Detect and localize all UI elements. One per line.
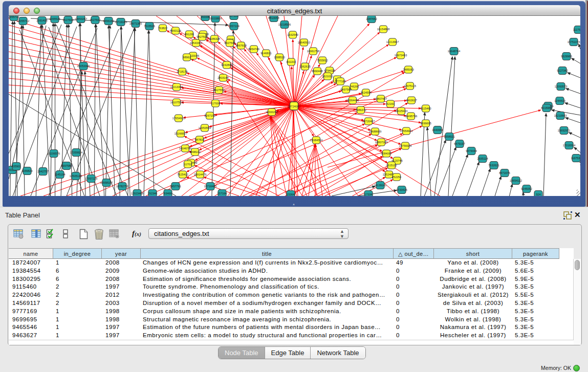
svg-text:887833: 887833 — [195, 138, 204, 141]
svg-text:12213967: 12213967 — [386, 40, 399, 43]
svg-text:98962: 98962 — [183, 56, 190, 59]
svg-text:9474444: 9474444 — [466, 149, 476, 152]
svg-text:16961758: 16961758 — [307, 50, 319, 53]
svg-text:8813054: 8813054 — [268, 16, 279, 19]
svg-text:20053346: 20053346 — [77, 64, 90, 68]
svg-text:9997588: 9997588 — [61, 164, 72, 167]
svg-text:8454749: 8454749 — [248, 48, 259, 51]
svg-text:19756928: 19756928 — [399, 144, 411, 147]
svg-text:15364: 15364 — [287, 193, 294, 196]
svg-text:7625402: 7625402 — [177, 173, 188, 176]
svg-text:17016504: 17016504 — [563, 144, 575, 147]
svg-text:8427552: 8427552 — [213, 89, 224, 92]
svg-text:1615132: 1615132 — [386, 164, 397, 167]
svg-text:18807249: 18807249 — [375, 141, 387, 144]
svg-text:160338: 160338 — [201, 16, 210, 18]
svg-text:16648764: 16648764 — [448, 50, 460, 53]
svg-text:1156829: 1156829 — [21, 169, 32, 172]
svg-text:252254: 252254 — [392, 176, 401, 179]
svg-text:2803144: 2803144 — [217, 76, 228, 79]
svg-text:9699695: 9699695 — [420, 122, 431, 125]
svg-text:9358921: 9358921 — [444, 135, 454, 138]
svg-text:292346: 292346 — [148, 192, 157, 195]
svg-text:16046786: 16046786 — [179, 147, 191, 150]
svg-text:6466160: 6466160 — [103, 19, 114, 23]
svg-text:16914479: 16914479 — [194, 173, 206, 176]
svg-text:1621022: 1621022 — [322, 75, 333, 78]
svg-text:20364436: 20364436 — [346, 99, 359, 102]
svg-text:1733426: 1733426 — [396, 188, 407, 191]
svg-text:62160: 62160 — [386, 102, 394, 105]
svg-text:3498222: 3498222 — [189, 150, 200, 154]
svg-text:10688609: 10688609 — [369, 130, 381, 133]
svg-text:9777169: 9777169 — [335, 80, 345, 83]
svg-text:9146821: 9146821 — [260, 52, 271, 55]
svg-text:15716485: 15716485 — [204, 185, 216, 188]
svg-text:1588520: 1588520 — [274, 56, 285, 59]
svg-text:8215955: 8215955 — [541, 106, 552, 110]
svg-text:10025433: 10025433 — [395, 110, 407, 113]
svg-text:16154808: 16154808 — [377, 28, 389, 31]
svg-text:10807487: 10807487 — [375, 97, 387, 100]
svg-text:17359924: 17359924 — [70, 151, 82, 154]
svg-text:7357224: 7357224 — [228, 25, 239, 28]
svg-text:9463627: 9463627 — [406, 99, 417, 102]
svg-text:14139141: 14139141 — [374, 184, 386, 187]
svg-text:6497568: 6497568 — [340, 88, 351, 91]
svg-text:12505135: 12505135 — [70, 174, 82, 178]
svg-text:2055712: 2055712 — [9, 16, 19, 18]
svg-text:14353594: 14353594 — [199, 126, 211, 129]
svg-text:9242845: 9242845 — [221, 63, 232, 67]
svg-text:14055712: 14055712 — [17, 19, 29, 23]
svg-text:16640910: 16640910 — [298, 41, 310, 44]
svg-text:10973493: 10973493 — [395, 54, 407, 57]
svg-text:2935114: 2935114 — [477, 157, 488, 160]
svg-text:15692971: 15692971 — [558, 129, 570, 132]
svg-text:9827503: 9827503 — [197, 35, 207, 38]
svg-text:832203: 832203 — [287, 60, 296, 63]
svg-text:1527602: 1527602 — [62, 18, 73, 21]
svg-text:2091406: 2091406 — [36, 19, 47, 22]
svg-text:18724007: 18724007 — [288, 105, 300, 108]
svg-text:9329966: 9329966 — [561, 55, 572, 58]
svg-text:16210643: 16210643 — [554, 114, 567, 117]
svg-text:20206576: 20206576 — [48, 152, 60, 155]
svg-text:2087652: 2087652 — [366, 17, 377, 20]
svg-text:15751074: 15751074 — [568, 40, 580, 43]
svg-text:10719185: 10719185 — [115, 20, 127, 24]
svg-text:1244419: 1244419 — [554, 99, 565, 102]
svg-text:11702: 11702 — [184, 163, 192, 166]
svg-text:1332549: 1332549 — [287, 33, 298, 36]
svg-text:157164: 157164 — [217, 192, 227, 195]
svg-text:1145194: 1145194 — [54, 173, 65, 176]
svg-text:8267150: 8267150 — [204, 114, 215, 117]
svg-text:924: 924 — [536, 193, 540, 196]
svg-text:9457791: 9457791 — [170, 185, 181, 188]
svg-text:6479197: 6479197 — [454, 142, 465, 145]
svg-text:7632621: 7632621 — [488, 164, 499, 167]
svg-text:15166827: 15166827 — [175, 132, 187, 135]
svg-text:9084067: 9084067 — [381, 152, 391, 155]
svg-text:10653267: 10653267 — [75, 17, 87, 20]
svg-text:435901: 435901 — [12, 165, 21, 168]
svg-text:8186328: 8186328 — [209, 37, 220, 40]
svg-text:1640954: 1640954 — [432, 128, 443, 132]
svg-text:10958107: 10958107 — [100, 181, 113, 184]
svg-text:17957225: 17957225 — [85, 177, 97, 180]
svg-text:12975115: 12975115 — [404, 84, 416, 87]
svg-text:2718176: 2718176 — [177, 70, 187, 73]
svg-text:9227342: 9227342 — [557, 69, 568, 72]
svg-text:7955812: 7955812 — [317, 59, 328, 62]
svg-text:2942757: 2942757 — [37, 170, 48, 173]
svg-text:10543362: 10543362 — [190, 41, 202, 45]
svg-text:8660124: 8660124 — [170, 29, 181, 32]
svg-text:17654912: 17654912 — [172, 117, 185, 120]
svg-text:8990448: 8990448 — [312, 70, 322, 73]
svg-text:1117533: 1117533 — [573, 28, 580, 31]
svg-text:1167533: 1167533 — [571, 157, 580, 160]
svg-text:2867608: 2867608 — [235, 44, 246, 47]
svg-text:10654112: 10654112 — [510, 179, 522, 182]
svg-text:891295: 891295 — [185, 33, 194, 36]
svg-text:763822: 763822 — [158, 27, 167, 30]
svg-text:6794028: 6794028 — [324, 69, 335, 72]
